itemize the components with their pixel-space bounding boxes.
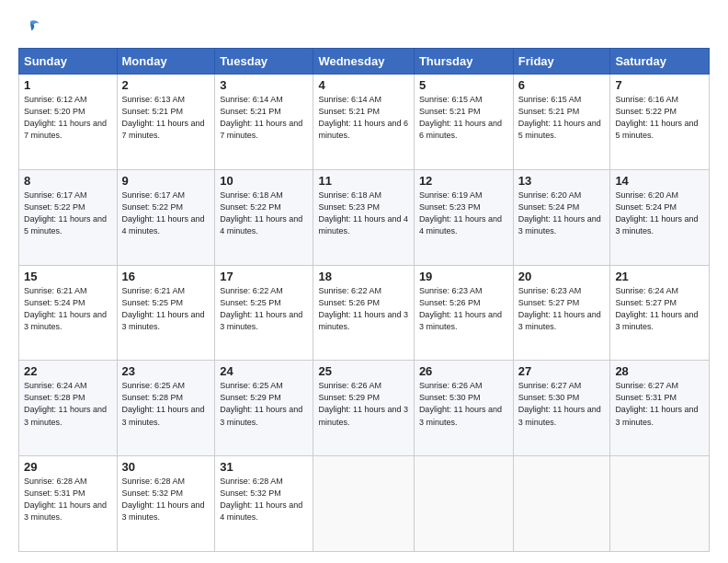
day-info: Sunrise: 6:24 AMSunset: 5:28 PMDaylight:… xyxy=(24,380,112,428)
day-info: Sunrise: 6:12 AMSunset: 5:20 PMDaylight:… xyxy=(24,94,112,142)
calendar-cell: 16Sunrise: 6:21 AMSunset: 5:25 PMDayligh… xyxy=(117,265,215,361)
calendar-cell xyxy=(313,456,414,552)
calendar-cell: 14Sunrise: 6:20 AMSunset: 5:24 PMDayligh… xyxy=(610,169,710,265)
day-info: Sunrise: 6:15 AMSunset: 5:21 PMDaylight:… xyxy=(518,94,606,142)
day-number: 1 xyxy=(24,78,112,92)
calendar-cell: 27Sunrise: 6:27 AMSunset: 5:30 PMDayligh… xyxy=(513,361,610,456)
day-info: Sunrise: 6:13 AMSunset: 5:21 PMDaylight:… xyxy=(122,94,210,142)
calendar-cell: 5Sunrise: 6:15 AMSunset: 5:21 PMDaylight… xyxy=(414,75,513,170)
calendar-cell: 19Sunrise: 6:23 AMSunset: 5:26 PMDayligh… xyxy=(414,265,513,361)
calendar-cell xyxy=(513,456,610,552)
day-number: 15 xyxy=(24,270,112,283)
day-number: 5 xyxy=(419,78,508,92)
day-info: Sunrise: 6:25 AMSunset: 5:28 PMDaylight:… xyxy=(122,380,210,428)
day-info: Sunrise: 6:28 AMSunset: 5:31 PMDaylight:… xyxy=(24,476,112,523)
calendar-cell: 2Sunrise: 6:13 AMSunset: 5:21 PMDaylight… xyxy=(117,75,215,170)
day-info: Sunrise: 6:26 AMSunset: 5:30 PMDaylight:… xyxy=(419,380,508,428)
day-number: 10 xyxy=(220,174,308,188)
day-info: Sunrise: 6:27 AMSunset: 5:30 PMDaylight:… xyxy=(518,380,606,428)
calendar-day-header: Friday xyxy=(513,49,610,75)
calendar-cell: 25Sunrise: 6:26 AMSunset: 5:29 PMDayligh… xyxy=(313,361,414,456)
day-number: 22 xyxy=(24,364,112,378)
day-info: Sunrise: 6:24 AMSunset: 5:27 PMDaylight:… xyxy=(615,285,704,333)
calendar-cell: 31Sunrise: 6:28 AMSunset: 5:32 PMDayligh… xyxy=(215,456,313,552)
page: SundayMondayTuesdayWednesdayThursdayFrid… xyxy=(0,0,728,563)
calendar-day-header: Wednesday xyxy=(313,49,414,75)
day-info: Sunrise: 6:21 AMSunset: 5:25 PMDaylight:… xyxy=(122,285,210,333)
day-info: Sunrise: 6:23 AMSunset: 5:27 PMDaylight:… xyxy=(518,285,606,333)
day-number: 3 xyxy=(220,78,308,92)
day-number: 29 xyxy=(24,460,112,474)
day-number: 12 xyxy=(419,174,508,188)
day-number: 7 xyxy=(615,78,704,92)
day-number: 2 xyxy=(122,78,210,92)
day-number: 11 xyxy=(318,174,408,188)
day-info: Sunrise: 6:16 AMSunset: 5:22 PMDaylight:… xyxy=(615,94,704,142)
calendar-cell: 18Sunrise: 6:22 AMSunset: 5:26 PMDayligh… xyxy=(313,265,414,361)
calendar-cell: 9Sunrise: 6:17 AMSunset: 5:22 PMDaylight… xyxy=(117,169,215,265)
day-number: 13 xyxy=(518,174,606,188)
calendar-week-row: 29Sunrise: 6:28 AMSunset: 5:31 PMDayligh… xyxy=(19,456,710,552)
day-number: 18 xyxy=(318,270,408,283)
calendar-day-header: Tuesday xyxy=(215,49,313,75)
calendar-cell: 21Sunrise: 6:24 AMSunset: 5:27 PMDayligh… xyxy=(610,265,710,361)
calendar-day-header: Monday xyxy=(117,49,215,75)
calendar-cell: 3Sunrise: 6:14 AMSunset: 5:21 PMDaylight… xyxy=(215,75,313,170)
calendar-cell: 12Sunrise: 6:19 AMSunset: 5:23 PMDayligh… xyxy=(414,169,513,265)
day-info: Sunrise: 6:21 AMSunset: 5:24 PMDaylight:… xyxy=(24,285,112,333)
day-info: Sunrise: 6:22 AMSunset: 5:25 PMDaylight:… xyxy=(220,285,308,333)
header xyxy=(18,17,710,37)
day-number: 27 xyxy=(518,364,606,378)
day-info: Sunrise: 6:23 AMSunset: 5:26 PMDaylight:… xyxy=(419,285,508,333)
day-info: Sunrise: 6:22 AMSunset: 5:26 PMDaylight:… xyxy=(318,285,408,333)
calendar-cell: 15Sunrise: 6:21 AMSunset: 5:24 PMDayligh… xyxy=(19,265,118,361)
day-info: Sunrise: 6:18 AMSunset: 5:22 PMDaylight:… xyxy=(220,190,308,237)
day-info: Sunrise: 6:14 AMSunset: 5:21 PMDaylight:… xyxy=(220,94,308,142)
day-info: Sunrise: 6:20 AMSunset: 5:24 PMDaylight:… xyxy=(518,190,606,237)
calendar-cell: 17Sunrise: 6:22 AMSunset: 5:25 PMDayligh… xyxy=(215,265,313,361)
calendar-cell: 23Sunrise: 6:25 AMSunset: 5:28 PMDayligh… xyxy=(117,361,215,456)
calendar-day-header: Thursday xyxy=(414,49,513,75)
day-number: 25 xyxy=(318,364,408,378)
day-info: Sunrise: 6:27 AMSunset: 5:31 PMDaylight:… xyxy=(615,380,704,428)
calendar-day-header: Saturday xyxy=(610,49,710,75)
day-number: 21 xyxy=(615,270,704,283)
day-info: Sunrise: 6:26 AMSunset: 5:29 PMDaylight:… xyxy=(318,380,408,428)
day-info: Sunrise: 6:25 AMSunset: 5:29 PMDaylight:… xyxy=(220,380,308,428)
logo xyxy=(18,17,40,37)
day-info: Sunrise: 6:19 AMSunset: 5:23 PMDaylight:… xyxy=(419,190,508,237)
calendar-cell xyxy=(610,456,710,552)
day-number: 28 xyxy=(615,364,704,378)
day-info: Sunrise: 6:14 AMSunset: 5:21 PMDaylight:… xyxy=(318,94,408,142)
day-info: Sunrise: 6:20 AMSunset: 5:24 PMDaylight:… xyxy=(615,190,704,237)
day-number: 19 xyxy=(419,270,508,283)
day-number: 14 xyxy=(615,174,704,188)
day-number: 9 xyxy=(122,174,210,188)
calendar-cell: 24Sunrise: 6:25 AMSunset: 5:29 PMDayligh… xyxy=(215,361,313,456)
day-number: 20 xyxy=(518,270,606,283)
calendar-table: SundayMondayTuesdayWednesdayThursdayFrid… xyxy=(18,48,710,552)
calendar-cell: 22Sunrise: 6:24 AMSunset: 5:28 PMDayligh… xyxy=(19,361,118,456)
calendar-cell: 10Sunrise: 6:18 AMSunset: 5:22 PMDayligh… xyxy=(215,169,313,265)
day-info: Sunrise: 6:15 AMSunset: 5:21 PMDaylight:… xyxy=(419,94,508,142)
day-number: 30 xyxy=(122,460,210,474)
calendar-cell xyxy=(414,456,513,552)
calendar-cell: 6Sunrise: 6:15 AMSunset: 5:21 PMDaylight… xyxy=(513,75,610,170)
day-info: Sunrise: 6:17 AMSunset: 5:22 PMDaylight:… xyxy=(24,190,112,237)
day-number: 24 xyxy=(220,364,308,378)
day-number: 26 xyxy=(419,364,508,378)
day-info: Sunrise: 6:28 AMSunset: 5:32 PMDaylight:… xyxy=(122,476,210,523)
calendar-cell: 4Sunrise: 6:14 AMSunset: 5:21 PMDaylight… xyxy=(313,75,414,170)
day-number: 23 xyxy=(122,364,210,378)
calendar-week-row: 8Sunrise: 6:17 AMSunset: 5:22 PMDaylight… xyxy=(19,169,710,265)
calendar-cell: 30Sunrise: 6:28 AMSunset: 5:32 PMDayligh… xyxy=(117,456,215,552)
day-number: 16 xyxy=(122,270,210,283)
day-info: Sunrise: 6:28 AMSunset: 5:32 PMDaylight:… xyxy=(220,476,308,523)
calendar-week-row: 1Sunrise: 6:12 AMSunset: 5:20 PMDaylight… xyxy=(19,75,710,170)
calendar-cell: 8Sunrise: 6:17 AMSunset: 5:22 PMDaylight… xyxy=(19,169,118,265)
calendar-week-row: 22Sunrise: 6:24 AMSunset: 5:28 PMDayligh… xyxy=(19,361,710,456)
day-number: 17 xyxy=(220,270,308,283)
calendar-cell: 11Sunrise: 6:18 AMSunset: 5:23 PMDayligh… xyxy=(313,169,414,265)
calendar-week-row: 15Sunrise: 6:21 AMSunset: 5:24 PMDayligh… xyxy=(19,265,710,361)
day-number: 6 xyxy=(518,78,606,92)
